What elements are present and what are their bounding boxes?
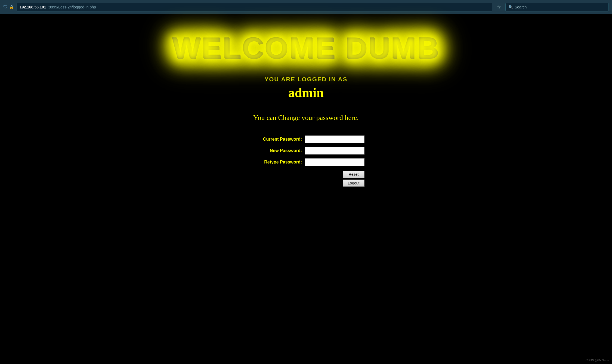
browser-search-bar[interactable]: 🔍 Search: [505, 3, 609, 11]
browser-icons: 🛡 🔒: [3, 5, 14, 10]
logged-in-label: YOU ARE LOGGED IN AS: [265, 76, 348, 83]
retype-password-row: Retype Password:: [248, 158, 364, 166]
url-domain: 192.168.56.101: [20, 5, 46, 9]
new-password-input[interactable]: [305, 147, 364, 155]
search-placeholder: Search: [515, 5, 527, 9]
change-password-text: You can Change your password here.: [253, 114, 358, 122]
main-content: WELCOME DUMB YOU ARE LOGGED IN AS admin …: [0, 14, 612, 364]
search-magnifier-icon: 🔍: [508, 5, 513, 9]
current-password-row: Current Password:: [248, 135, 364, 143]
retype-password-input[interactable]: [305, 158, 364, 166]
shield-icon: 🛡: [3, 5, 8, 10]
new-password-label: New Password:: [248, 148, 302, 153]
bookmark-icon[interactable]: ☆: [497, 4, 501, 10]
watermark: CSDN @Dr.Neos: [586, 359, 609, 362]
browser-bar: 🛡 🔒 192.168.56.101 :8899/Less-24/logged-…: [0, 0, 612, 14]
lock-icon: 🔒: [9, 5, 14, 9]
username-display: admin: [288, 85, 324, 100]
new-password-row: New Password:: [248, 147, 364, 155]
welcome-title: WELCOME DUMB: [167, 30, 445, 65]
address-bar[interactable]: 192.168.56.101 :8899/Less-24/logged-in.p…: [17, 3, 492, 11]
reset-button[interactable]: Reset: [343, 171, 364, 178]
logout-button[interactable]: Logout: [343, 180, 364, 187]
current-password-label: Current Password:: [248, 137, 302, 142]
url-path: :8899/Less-24/logged-in.php: [48, 5, 96, 9]
change-password-form: Current Password: New Password: Retype P…: [248, 135, 364, 187]
form-buttons: Reset Logout: [343, 171, 364, 187]
current-password-input[interactable]: [305, 135, 364, 143]
retype-password-label: Retype Password:: [248, 160, 302, 165]
